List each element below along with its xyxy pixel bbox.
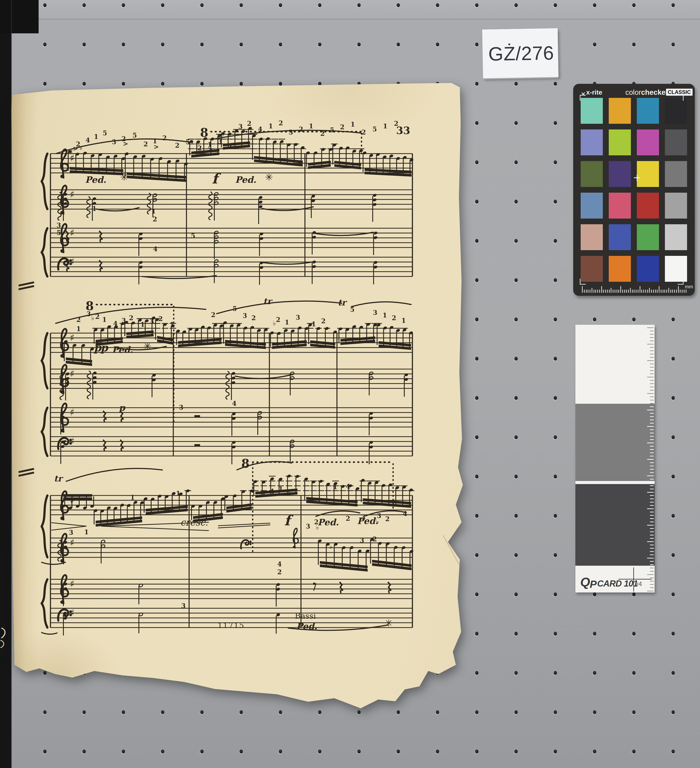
fingering-mark: ♯: [70, 148, 73, 156]
music-mark-ast: ✳: [385, 618, 393, 629]
fingering-mark: 4: [403, 510, 407, 517]
fingering-mark: 2: [228, 142, 232, 150]
fingering-mark: 3: [261, 489, 265, 497]
registration-bracket: [678, 95, 684, 101]
qpcard-gray-reference: QPCARD 101 v4: [575, 325, 655, 592]
registration-bracket: [580, 95, 586, 101]
fingering-mark: 1: [279, 485, 283, 493]
colorchecker-ruler-unit: mm: [685, 284, 693, 290]
color-patch: [665, 224, 687, 250]
color-patch: [581, 224, 603, 250]
fingering-mark: ♯: [80, 144, 83, 152]
qpcard-gray-band: [575, 404, 655, 481]
fingering-mark: 4: [113, 320, 118, 327]
color-patch: [581, 256, 603, 282]
fingering-mark: 1: [141, 321, 145, 328]
music-mark-ped: Ped.: [318, 517, 339, 527]
music-mark-oct8: 8: [241, 456, 249, 470]
digitization-photo: ♯♯♯♯♯♯♯♯♯♯♯♯ 33Ped.✳fPed.✳88ppPed.✳trtrp…: [0, 0, 700, 768]
color-patch: [665, 130, 687, 155]
qpcard-logo: QPCARD 101: [580, 575, 638, 589]
fingering-mark: 2: [277, 568, 282, 576]
colorchecker-header: ✕ x-rite colorchecker CLASSIC: [573, 87, 695, 96]
color-patch: [609, 224, 631, 250]
fingering-mark: 2: [320, 130, 324, 138]
fingering-mark: 1: [92, 205, 96, 213]
fingering-mark: 2: [321, 317, 326, 325]
fingering-mark: 5: [330, 126, 334, 134]
fingering-mark: 3: [289, 129, 293, 136]
color-patch: [609, 98, 631, 124]
fingering-mark: 5: [133, 132, 137, 139]
music-mark-ped: Ped.: [235, 174, 256, 185]
fingering-mark: 1: [151, 208, 156, 215]
colorchecker-title: colorchecker: [625, 88, 668, 96]
color-patch: [637, 224, 659, 250]
svg-text:♯: ♯: [70, 256, 74, 267]
svg-text:♯: ♯: [70, 368, 74, 379]
fingering-mark: 2: [299, 125, 303, 133]
music-mark-tr: tr: [263, 296, 272, 306]
fingering-mark: 3: [179, 404, 184, 411]
music-mark-f: f: [212, 171, 218, 187]
fingering-mark: 2: [340, 123, 344, 131]
fingering-mark: 5: [191, 232, 195, 240]
fingering-mark: 2: [276, 316, 280, 323]
fingering-mark: 5: [233, 305, 237, 312]
plate-number: 11715: [217, 621, 245, 630]
music-mark-ast: ✳: [144, 341, 152, 352]
fingering-mark: 4: [258, 125, 262, 133]
fingering-mark: 1: [312, 320, 316, 328]
fingering-mark: 3: [69, 529, 73, 536]
fingering-mark: 1: [130, 494, 135, 501]
color-patch: [665, 193, 687, 219]
color-patch: [609, 256, 631, 282]
fingering-mark: ♭: [316, 523, 319, 531]
fingering-mark: 4: [153, 245, 158, 253]
fingering-mark: 2: [392, 314, 396, 322]
fingering-mark: 5: [350, 306, 355, 314]
fingering-mark: 5: [372, 125, 377, 133]
fingering-mark: 3: [181, 602, 185, 610]
fingering-mark: 1: [309, 122, 313, 130]
color-patch: [581, 161, 603, 187]
fingering-mark: 1: [285, 318, 289, 326]
fingering-mark: 3: [57, 222, 61, 229]
color-patch: [581, 193, 603, 219]
color-patch: [665, 161, 687, 187]
fingering-mark: 3: [361, 514, 366, 521]
fingering-mark: 2: [361, 129, 366, 136]
fingering-mark: 1: [176, 490, 180, 497]
fingering-mark: 1: [76, 325, 81, 333]
color-patch: [609, 130, 631, 155]
color-patch: [609, 161, 631, 187]
fingering-mark: 2: [162, 134, 167, 142]
fingering-mark: 4: [270, 488, 274, 495]
fingering-mark: 3: [243, 312, 247, 320]
color-patch: [637, 256, 659, 282]
fingering-mark: 3: [150, 318, 154, 325]
svg-text:♯: ♯: [70, 227, 74, 238]
fingering-mark: 2: [346, 515, 350, 522]
color-patch: [581, 98, 603, 124]
system-separator: [18, 283, 35, 291]
fingering-mark: 3: [86, 310, 91, 318]
color-patch: [637, 130, 659, 155]
fingering-mark: 1: [383, 312, 387, 319]
fingering-mark: 2: [175, 142, 179, 149]
music-mark-ped: Ped.: [357, 516, 378, 526]
fingering-mark: >: [208, 145, 213, 153]
svg-text:♯: ♯: [70, 607, 74, 618]
fingering-mark: 3: [377, 512, 381, 520]
music-mark-tr: tr: [338, 298, 346, 307]
fingering-mark: 1: [102, 316, 107, 323]
fingering-mark: >: [123, 140, 128, 147]
fingering-mark: ♭: [385, 542, 388, 549]
fingering-mark: 2: [372, 535, 377, 543]
fingering-mark: 2: [197, 144, 202, 152]
fingering-mark: 3: [238, 123, 243, 130]
fingering-mark: 3: [121, 317, 126, 324]
svg-text:♯: ♯: [70, 537, 74, 548]
fingering-mark: 1: [170, 321, 174, 328]
fingering-mark: 2: [211, 311, 216, 318]
